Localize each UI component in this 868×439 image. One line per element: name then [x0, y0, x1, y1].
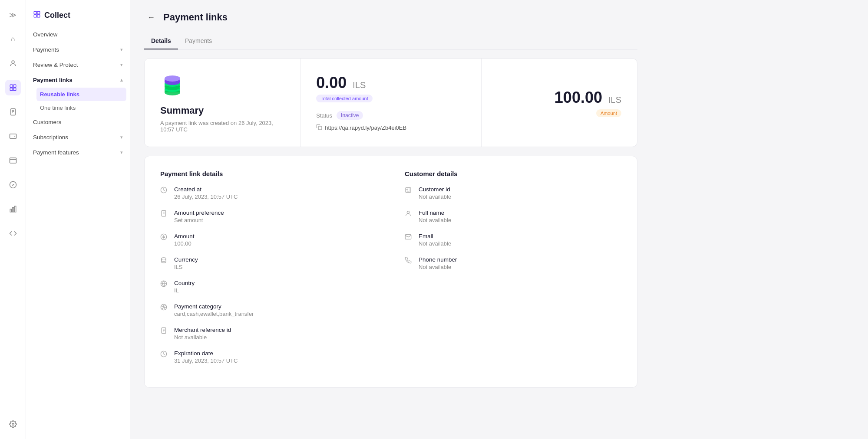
summary-left-panel: Summary A payment link was created on 26… [145, 59, 300, 147]
sidebar-item-payment-links[interactable]: Payment links ▴ [26, 72, 130, 88]
card-icon[interactable] [5, 153, 21, 168]
details-grid: Payment link details Created at 26 July,… [160, 170, 621, 373]
document-icon [160, 210, 169, 218]
check-icon[interactable] [5, 177, 21, 193]
sidebar-item-payments[interactable]: Payments ▾ [26, 42, 130, 57]
chevron-down-icon: ▾ [120, 150, 123, 155]
reports-icon[interactable] [5, 104, 21, 120]
svg-rect-19 [34, 15, 36, 17]
svg-rect-13 [10, 209, 11, 212]
tab-payments[interactable]: Payments [178, 33, 219, 49]
svg-rect-20 [37, 15, 40, 17]
detail-customer-id: Customer id Not available [405, 186, 621, 200]
sidebar-item-reusable-links[interactable]: Reusable links [36, 88, 126, 101]
currency-icon [160, 257, 169, 265]
detail-created-at: Created at 26 July, 2023, 10:57 UTC [160, 186, 391, 200]
svg-rect-15 [14, 206, 16, 212]
category-icon [160, 304, 169, 312]
svg-rect-3 [10, 88, 13, 91]
svg-rect-1 [10, 85, 13, 87]
wallet-icon[interactable] [5, 128, 21, 144]
expiry-icon [160, 351, 169, 359]
detail-full-name: Full name Not available [405, 210, 621, 223]
detail-country: Country IL [160, 280, 391, 294]
detail-currency: Currency ILS [160, 256, 391, 270]
clock-icon [160, 187, 169, 195]
svg-point-47 [407, 189, 408, 190]
summary-card: Summary A payment link was created on 26… [144, 58, 637, 147]
tab-details[interactable]: Details [144, 33, 178, 49]
svg-rect-10 [10, 158, 16, 163]
payment-link-row: https://qa.rapyd.ly/pay/Zb4ei0EB [316, 124, 465, 131]
svg-rect-30 [319, 126, 322, 130]
chevron-down-icon: ▾ [120, 134, 123, 140]
status-badge: Inactive [337, 111, 363, 120]
sidebar-item-review-protect[interactable]: Review & Protect ▾ [26, 57, 130, 72]
dollar-icon [160, 233, 169, 242]
detail-amount-preference: Amount preference Set amount [160, 210, 391, 223]
summary-description: A payment link was created on 26 July, 2… [160, 120, 284, 133]
summary-title: Summary [160, 105, 284, 116]
svg-point-48 [407, 211, 409, 213]
detail-amount: Amount 100.00 [160, 233, 391, 247]
detail-email: Email Not available [405, 233, 621, 247]
sidebar: Collect Overview Payments ▾ Review & Pro… [26, 0, 130, 439]
detail-phone-number: Phone number Not available [405, 256, 621, 270]
details-card: Payment link details Created at 26 July,… [144, 156, 637, 388]
payment-link-details-title: Payment link details [160, 170, 391, 177]
svg-point-0 [12, 61, 14, 63]
status-label: Status [316, 112, 332, 119]
collect-header-icon [33, 10, 41, 20]
chart-icon[interactable] [5, 201, 21, 217]
customer-details-col: Customer details Customer id Not availab… [391, 170, 621, 270]
amount-badge: Amount [596, 109, 621, 117]
collapse-icon[interactable]: ≫ [5, 7, 21, 23]
user-icon[interactable] [5, 56, 21, 71]
settings-icon[interactable] [5, 416, 21, 432]
sidebar-item-overview[interactable]: Overview [26, 27, 130, 42]
globe-icon [160, 280, 169, 288]
svg-rect-14 [12, 207, 13, 212]
status-row: Status Inactive [316, 111, 465, 120]
tabs-bar: Details Payments [144, 33, 637, 49]
sidebar-item-subscriptions[interactable]: Subscriptions ▾ [26, 130, 130, 145]
total-collected-amount: 0.00 ILS [316, 74, 366, 92]
collect-icon[interactable] [5, 80, 21, 95]
email-icon [405, 233, 413, 242]
main-content: ← Payment links Details Payments [130, 0, 868, 439]
sidebar-sub-payment-links: Reusable links One time links [26, 88, 130, 115]
code-icon[interactable] [5, 226, 21, 241]
sidebar-item-payment-features[interactable]: Payment features ▾ [26, 145, 130, 160]
home-icon[interactable]: ⌂ [5, 31, 21, 47]
sidebar-item-one-time-links[interactable]: One time links [33, 101, 130, 115]
page-header: ← Payment links [144, 10, 637, 24]
customer-details-title: Customer details [405, 170, 621, 177]
sidebar-header: Collect [26, 7, 130, 27]
payment-link-details-col: Payment link details Created at 26 July,… [160, 170, 391, 373]
summary-middle-panel: 0.00 ILS Total collected amount Status I… [300, 59, 482, 147]
detail-merchant-reference: Merchant reference id Not available [160, 327, 391, 341]
phone-icon [405, 257, 413, 265]
payment-link-url[interactable]: https://qa.rapyd.ly/pay/Zb4ei0EB [325, 124, 406, 131]
svg-rect-46 [406, 188, 411, 193]
back-button[interactable]: ← [144, 10, 158, 24]
summary-right-panel: 100.00 ILS Amount [482, 59, 637, 147]
amount-value: 100.00 ILS [554, 88, 621, 106]
summary-icon [160, 72, 284, 100]
svg-rect-18 [37, 11, 40, 14]
svg-rect-9 [10, 134, 16, 139]
person-icon [405, 210, 413, 218]
svg-rect-17 [34, 11, 36, 14]
svg-rect-2 [13, 85, 16, 87]
details-column-divider: Customer details Customer id Not availab… [391, 170, 621, 373]
sidebar-item-customers[interactable]: Customers [26, 115, 130, 130]
svg-point-37 [162, 258, 166, 260]
detail-expiration-date: Expiration date 31 July, 2023, 10:57 UTC [160, 350, 391, 364]
sidebar-title: Collect [44, 11, 70, 20]
svg-point-29 [165, 75, 180, 82]
chevron-down-icon: ▾ [120, 47, 123, 52]
merchant-icon [160, 327, 169, 335]
copy-icon[interactable] [316, 124, 322, 131]
customer-id-icon [405, 187, 413, 195]
chevron-up-icon: ▴ [120, 77, 123, 83]
